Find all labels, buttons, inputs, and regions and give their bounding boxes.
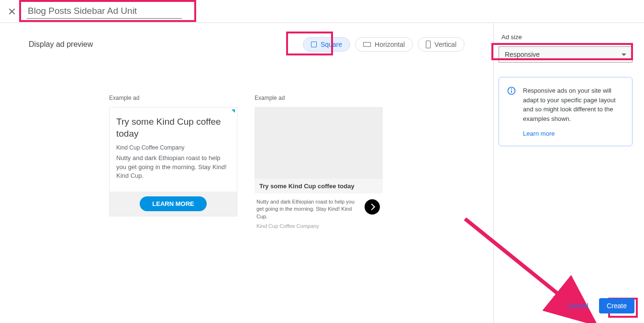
ad-learn-more-button[interactable]: LEARN MORE xyxy=(140,196,206,211)
ad-description: Nutty and dark Ethiopian roast to help y… xyxy=(116,154,230,180)
ad-size-value: Responsive xyxy=(505,51,540,58)
chip-vertical-label: Vertical xyxy=(434,41,456,48)
chip-horizontal-label: Horizontal xyxy=(375,41,405,48)
chip-vertical[interactable]: Vertical xyxy=(418,37,465,52)
chip-square[interactable]: Square xyxy=(303,37,350,52)
ad-title: Try some Kind Cup coffee today xyxy=(255,179,383,194)
ad-size-select[interactable]: Responsive xyxy=(499,46,633,63)
ad-title: Try some Kind Cup coffee today xyxy=(116,116,230,140)
square-icon xyxy=(311,42,317,47)
ad-unit-name-input[interactable] xyxy=(27,4,182,19)
dialog-header xyxy=(0,0,644,23)
chip-horizontal[interactable]: Horizontal xyxy=(355,37,413,52)
preview-label: Display ad preview xyxy=(29,40,93,49)
cancel-button[interactable]: Cancel xyxy=(567,302,588,310)
create-button[interactable]: Create xyxy=(599,298,634,313)
next-arrow-icon[interactable] xyxy=(365,199,380,215)
ad-company: Kind Cup Coffee Company xyxy=(116,144,230,151)
preview-area: Display ad preview Square Horizontal Ver… xyxy=(0,23,494,323)
adchoices-icon xyxy=(232,109,235,113)
learn-more-link[interactable]: Learn more xyxy=(523,130,555,137)
example-ad-text: Try some Kind Cup coffee today Kind Cup … xyxy=(109,107,237,216)
chip-square-label: Square xyxy=(321,41,342,48)
example-ad-image: Try some Kind Cup coffee today Nutty and… xyxy=(255,107,383,229)
info-icon xyxy=(507,86,516,137)
close-icon[interactable] xyxy=(8,7,17,16)
vertical-icon xyxy=(426,41,431,48)
ad-description: Nutty and dark Ethiopian roast to help y… xyxy=(256,198,359,220)
ad-image-placeholder xyxy=(255,107,383,179)
chevron-down-icon xyxy=(622,54,626,56)
ad-company: Kind Cup Coffee Company xyxy=(256,223,359,229)
example-ad-label: Example ad xyxy=(255,95,383,101)
horizontal-icon xyxy=(363,42,371,47)
settings-sidebar: Ad size Responsive Responsive ads on you… xyxy=(494,23,644,323)
info-callout: Responsive ads on your site will adapt t… xyxy=(499,77,633,146)
example-ad-label: Example ad xyxy=(109,95,237,101)
ad-size-label: Ad size xyxy=(499,33,639,41)
svg-point-2 xyxy=(511,89,512,89)
shape-chip-group: Square Horizontal Vertical xyxy=(303,37,465,52)
info-text: Responsive ads on your site will adapt t… xyxy=(523,86,623,123)
